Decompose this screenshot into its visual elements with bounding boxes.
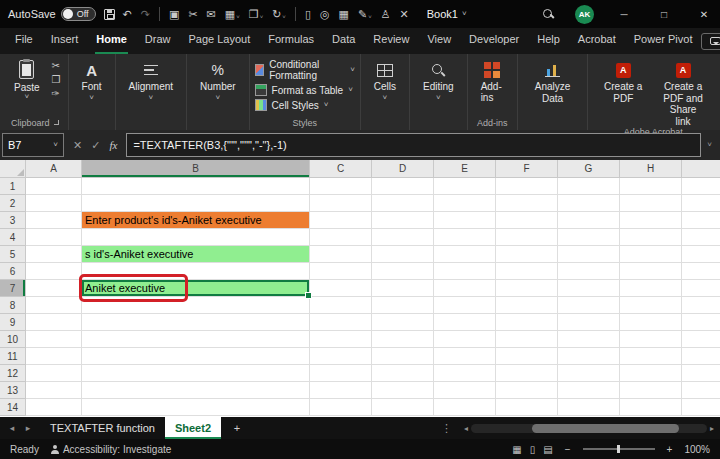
row-header-10[interactable]: 10 [0,331,26,348]
alignment-menu-button[interactable]: Alignment [121,57,181,102]
column-header-h[interactable]: H [620,160,682,178]
close-button[interactable] [688,0,720,28]
scrollbar-thumb[interactable] [532,424,678,433]
cell-g9[interactable] [558,314,620,331]
row-header-5[interactable]: 5 [0,246,26,263]
cell-c13[interactable] [310,382,372,399]
cell-h6[interactable] [620,263,682,280]
zoom-in-button[interactable] [667,444,673,455]
cell-h3[interactable] [620,212,682,229]
cell-c8[interactable] [310,297,372,314]
cell-b13[interactable] [82,382,310,399]
sheet-tab-textafter-function[interactable]: TEXTAFTER function [40,417,165,439]
create-pdf-button[interactable]: Create a PDF [593,57,653,104]
row-header-14[interactable]: 14 [0,399,26,416]
cell-d9[interactable] [372,314,434,331]
accessibility-status[interactable]: Accessibility: Investigate [51,444,171,455]
scroll-left-icon[interactable] [464,424,468,433]
cell-d2[interactable] [372,195,434,212]
cell-a6[interactable] [26,263,82,280]
cell-f8[interactable] [496,297,558,314]
name-box[interactable]: B7 [2,133,64,157]
cell-a3[interactable] [26,212,82,229]
insert-function-button[interactable]: fx [109,139,117,151]
cell-g1[interactable] [558,178,620,195]
horizontal-scrollbar[interactable] [458,417,720,439]
cell-f4[interactable] [496,229,558,246]
column-header-b[interactable]: B [82,160,310,178]
person-icon[interactable]: ♙ [381,9,391,20]
cell-h8[interactable] [620,297,682,314]
conditional-formatting-button[interactable]: Conditional Formatting [255,59,355,81]
cell-b5[interactable]: s id's-Aniket executive [82,246,310,263]
table-icon[interactable]: ▦˅ [225,9,240,20]
column-header-a[interactable]: A [26,160,82,178]
save-icon[interactable] [104,9,115,20]
cell-b8[interactable] [82,297,310,314]
copy-icon[interactable]: ▣ [169,9,179,20]
mail-icon[interactable]: ✉ [207,9,216,20]
cell-a13[interactable] [26,382,82,399]
page-layout-view-icon[interactable]: ▯ [530,444,536,455]
cell-e11[interactable] [434,348,496,365]
row-header-3[interactable]: 3 [0,212,26,229]
row-header-4[interactable]: 4 [0,229,26,246]
cell-h12[interactable] [620,365,682,382]
sheet-tab-sheet2[interactable]: Sheet2 [165,417,221,439]
cell-f14[interactable] [496,399,558,416]
row-header-8[interactable]: 8 [0,297,26,314]
add-sheet-button[interactable] [229,422,245,434]
column-header-f[interactable]: F [496,160,558,178]
addins-button[interactable]: Add-ins [473,57,512,103]
cell-e7[interactable] [434,280,496,297]
ribbon-tab-acrobat[interactable]: Acrobat [569,28,625,54]
minimize-button[interactable] [608,0,640,28]
cell-h11[interactable] [620,348,682,365]
cell-c9[interactable] [310,314,372,331]
maximize-button[interactable] [648,0,680,28]
cell-b7[interactable]: Aniket executive [82,280,310,297]
cell-h10[interactable] [620,331,682,348]
cell-d6[interactable] [372,263,434,280]
refresh-icon[interactable]: ↻˅ [272,9,286,20]
cell-c2[interactable] [310,195,372,212]
macro-icon[interactable]: ◎ [320,9,330,20]
cell-c11[interactable] [310,348,372,365]
cell-d10[interactable] [372,331,434,348]
cell-a5[interactable] [26,246,82,263]
cancel-icon[interactable] [73,139,82,152]
enter-icon[interactable] [91,139,100,152]
cell-b1[interactable] [82,178,310,195]
cell-g4[interactable] [558,229,620,246]
cell-a4[interactable] [26,229,82,246]
cell-g5[interactable] [558,246,620,263]
cell-c3[interactable] [310,212,372,229]
cell-d4[interactable] [372,229,434,246]
cell-g11[interactable] [558,348,620,365]
cell-d12[interactable] [372,365,434,382]
formula-input[interactable]: =TEXTAFTER(B3,{"'","''","-"},-1) [126,133,701,157]
autosave-control[interactable]: AutoSave Off [8,7,96,21]
cell-e2[interactable] [434,195,496,212]
cell-a8[interactable] [26,297,82,314]
ribbon-tab-power-pivot[interactable]: Power Pivot [625,28,702,54]
cell-f9[interactable] [496,314,558,331]
ribbon-tab-formulas[interactable]: Formulas [259,28,323,54]
cell-e12[interactable] [434,365,496,382]
cell-c1[interactable] [310,178,372,195]
sheet-nav-right-icon[interactable] [20,423,36,433]
ribbon-tab-file[interactable]: File [6,28,42,54]
cell-c12[interactable] [310,365,372,382]
cell-a12[interactable] [26,365,82,382]
cell-d13[interactable] [372,382,434,399]
cell-d7[interactable] [372,280,434,297]
cell-c5[interactable] [310,246,372,263]
cell-b10[interactable] [82,331,310,348]
spreadsheet-icon[interactable]: ▦ [339,9,349,20]
cell-e1[interactable] [434,178,496,195]
redo-icon[interactable]: ↷ [141,9,150,20]
cell-styles-button[interactable]: Cell Styles [255,99,355,111]
ribbon-tab-page-layout[interactable]: Page Layout [179,28,259,54]
cell-d5[interactable] [372,246,434,263]
row-header-1[interactable]: 1 [0,178,26,195]
